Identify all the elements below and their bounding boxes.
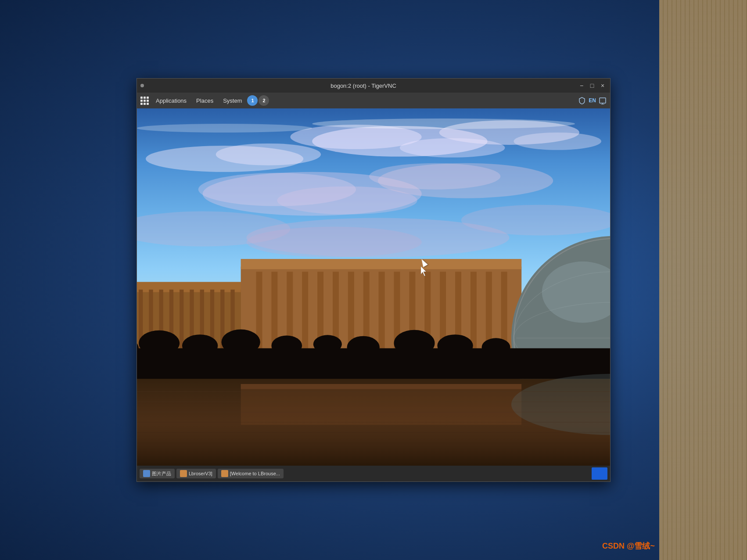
svg-point-72 — [347, 336, 380, 359]
taskbar-right — [592, 467, 607, 480]
menu-bar: Applications Places System 1 2 EN — [137, 93, 610, 108]
taskbar-blue-square — [592, 467, 607, 480]
taskbar: 图片产品 LbroserV3] [Welcome to LBrouse... — [137, 466, 610, 481]
svg-rect-78 — [241, 384, 522, 425]
taskbar-item-2-label: LbroserV3] — [189, 471, 212, 476]
right-decorative-panel — [659, 0, 747, 560]
taskbar-item-2-icon — [180, 470, 187, 477]
taskbar-item-1-label: 图片产品 — [152, 470, 171, 477]
svg-point-68 — [182, 334, 218, 357]
workspace-button-1[interactable]: 1 — [247, 95, 258, 106]
taskbar-item-3-label: [Welcome to LBrouse... — [230, 471, 280, 476]
title-dot — [140, 84, 144, 87]
svg-point-67 — [139, 330, 180, 356]
title-bar-left — [140, 84, 149, 87]
taskbar-item-1[interactable]: 图片产品 — [140, 469, 175, 478]
workspace-button-2[interactable]: 2 — [259, 95, 269, 106]
desktop-background — [137, 108, 610, 466]
minimize-button[interactable]: − — [578, 82, 585, 90]
menu-applications[interactable]: Applications — [151, 96, 191, 106]
desktop[interactable] — [137, 108, 610, 466]
svg-point-70 — [271, 335, 302, 356]
taskbar-item-3[interactable]: [Welcome to LBrouse... — [218, 469, 284, 478]
svg-rect-39 — [241, 259, 522, 269]
csdn-watermark: CSDN @雪绒~ — [602, 541, 655, 551]
svg-point-75 — [482, 338, 510, 356]
title-controls: − □ × — [578, 82, 607, 90]
svg-rect-0 — [600, 98, 606, 103]
window-title: bogon:2 (root) - TigerVNC — [149, 83, 578, 89]
vnc-window: bogon:2 (root) - TigerVNC − □ × Applicat… — [136, 78, 611, 482]
svg-point-73 — [394, 330, 435, 356]
security-tray-icon[interactable] — [578, 97, 586, 104]
buildings-svg — [137, 108, 610, 466]
taskbar-item-1-icon — [143, 470, 150, 477]
title-bar: bogon:2 (root) - TigerVNC − □ × — [137, 79, 610, 93]
menu-bar-right: EN — [578, 97, 607, 104]
svg-point-69 — [221, 330, 260, 355]
svg-rect-79 — [241, 384, 522, 389]
svg-rect-44 — [302, 272, 308, 361]
close-button[interactable]: × — [599, 82, 607, 90]
menu-places[interactable]: Places — [192, 96, 218, 106]
svg-point-74 — [437, 334, 473, 357]
menu-system[interactable]: System — [219, 96, 246, 106]
network-tray-icon[interactable] — [599, 97, 607, 104]
svg-point-71 — [313, 335, 342, 353]
taskbar-item-2[interactable]: LbroserV3] — [176, 469, 216, 478]
maximize-button[interactable]: □ — [588, 82, 596, 90]
taskbar-item-3-icon — [221, 470, 228, 477]
language-indicator[interactable]: EN — [589, 97, 596, 104]
apps-grid-icon — [140, 97, 149, 105]
